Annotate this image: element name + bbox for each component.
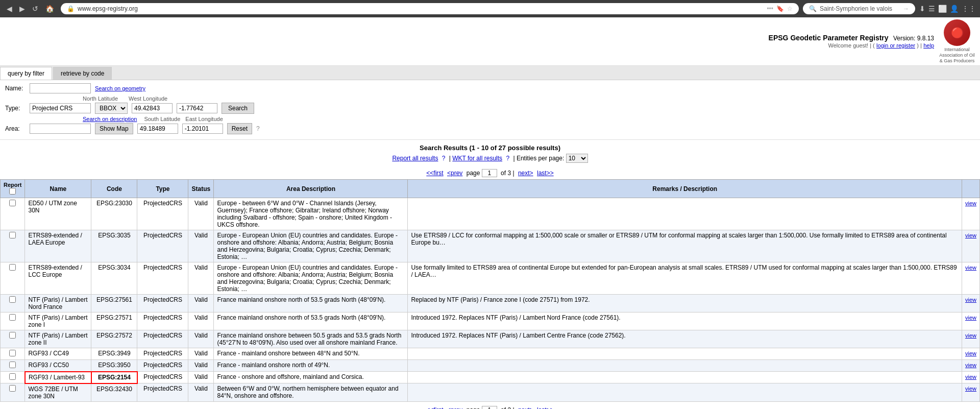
url-bar[interactable]: 🔒 www.epsg-registry.org ••• 🔖 ☆ (61, 3, 799, 14)
row-checkbox[interactable] (9, 296, 16, 303)
extensions-icon[interactable]: ☰ (928, 5, 935, 13)
tab-query-by-filter[interactable]: query by filter (0, 67, 52, 80)
area-input[interactable] (30, 124, 91, 134)
row-status: Valid (188, 330, 214, 348)
row-area: France mainland onshore north of 53.5 gr… (214, 312, 408, 330)
nav-buttons: ◀ ▶ ↺ 🏠 (4, 4, 57, 14)
search-on-description-link[interactable]: Search on description (83, 116, 137, 122)
row-area: France mainland onshore between 50.5 gra… (214, 330, 408, 348)
login-register-link[interactable]: login or register (876, 42, 915, 49)
row-code: EPSG:27571 (91, 312, 137, 330)
table-row: RGF93 / CC50EPSG:3950ProjectedCRSValidFr… (1, 360, 980, 372)
show-map-button[interactable]: Show Map (95, 123, 133, 134)
forward-button[interactable]: ▶ (17, 4, 28, 14)
name-input[interactable] (30, 83, 91, 93)
row-name: WGS 72BE / UTM zone 30N (25, 383, 91, 402)
bbox-select[interactable]: BBOX (95, 103, 128, 114)
row-code: EPSG:3950 (91, 360, 137, 372)
type-header: Type (137, 180, 188, 198)
table-row: RGF93 / Lambert-93EPSG:2154ProjectedCRSV… (1, 372, 980, 383)
download-icon[interactable]: ⬇ (919, 5, 925, 13)
last-link[interactable]: last>> (537, 170, 554, 177)
row-view: view (962, 312, 979, 330)
code-header: Code (91, 180, 137, 198)
status-header: Status (188, 180, 214, 198)
view-link[interactable]: view (965, 297, 976, 303)
row-checkbox[interactable] (9, 385, 16, 392)
prev-link[interactable]: <prev (447, 170, 462, 177)
search-bar[interactable]: 🔍 Saint-Symphorien le valois → (803, 3, 915, 14)
row-status: Valid (188, 230, 214, 262)
view-link[interactable]: view (965, 315, 976, 321)
help-link[interactable]: help (923, 42, 934, 49)
row-checkbox[interactable] (9, 264, 16, 271)
row-name: RGF93 / CC50 (25, 360, 91, 372)
report-all-link[interactable]: Report all results (392, 155, 438, 162)
view-link[interactable]: view (965, 200, 976, 206)
view-link[interactable]: view (965, 264, 976, 271)
search-on-geometry-link[interactable]: Search on geometry (95, 85, 145, 91)
row-checkbox[interactable] (9, 232, 16, 238)
row-remarks (408, 348, 962, 360)
row-remarks: Replaced by NTF (Paris) / France zone I … (408, 295, 962, 312)
question-mark-2[interactable]: ? (506, 155, 509, 162)
account-icon[interactable]: 👤 (950, 5, 959, 13)
tab-retrieve-by-code[interactable]: retrieve by code (53, 67, 112, 80)
row-checkbox[interactable] (9, 314, 16, 321)
row-view: view (962, 295, 979, 312)
north-lat-input[interactable] (132, 103, 173, 113)
fullscreen-icon[interactable]: ⬜ (938, 5, 947, 13)
help-icon[interactable]: ? (256, 125, 260, 132)
bottom-last-link[interactable]: last>> (537, 406, 554, 409)
row-view: view (962, 383, 979, 402)
view-link[interactable]: view (965, 332, 976, 339)
search-text: Saint-Symphorien le valois (820, 5, 892, 12)
browser-toolbar: ⬇ ☰ ⬜ 👤 ⋮⋮ (919, 5, 976, 13)
name-header: Name (25, 180, 91, 198)
east-lon-input[interactable] (182, 124, 223, 134)
tabs-bar: query by filter retrieve by code (0, 66, 980, 80)
logo-circle: 🔴 (944, 19, 970, 46)
bottom-page-input[interactable] (482, 406, 497, 409)
page-input[interactable] (482, 169, 497, 177)
next-link[interactable]: next> (518, 170, 533, 177)
view-link[interactable]: view (965, 386, 976, 392)
row-type: ProjectedCRS (137, 330, 188, 348)
bottom-prev-link[interactable]: <prev (447, 406, 462, 409)
row-checkbox[interactable] (9, 362, 16, 368)
row-status: Valid (188, 295, 214, 312)
row-area: France - onshore and offshore, mainland … (214, 372, 408, 383)
first-link[interactable]: <<first (426, 170, 443, 177)
north-lat-label: North Latitude (83, 95, 124, 102)
results-header: Search Results (1 - 10 of 27 possible re… (0, 140, 980, 167)
south-lat-input[interactable] (137, 124, 178, 134)
per-page-select[interactable]: 10 25 50 100 (566, 154, 588, 163)
view-link[interactable]: view (965, 374, 976, 380)
report-all-checkbox[interactable] (9, 188, 16, 195)
view-link[interactable]: view (965, 350, 976, 356)
row-checkbox[interactable] (9, 200, 16, 206)
row-type: ProjectedCRS (137, 230, 188, 262)
question-mark-1[interactable]: ? (442, 155, 446, 162)
wkt-all-link[interactable]: WKT for all results (452, 155, 502, 162)
view-link[interactable]: view (965, 362, 976, 368)
row-status: Valid (188, 198, 214, 230)
reload-button[interactable]: ↺ (30, 4, 41, 14)
row-checkbox[interactable] (9, 350, 16, 356)
row-code: EPSG:27561 (91, 295, 137, 312)
bottom-first-link[interactable]: <<first (426, 406, 443, 409)
bottom-next-link[interactable]: next> (518, 406, 533, 409)
menu-icon[interactable]: ⋮⋮ (962, 5, 976, 13)
view-link[interactable]: view (965, 232, 976, 238)
reset-button[interactable]: Reset (227, 123, 252, 134)
row-checkbox[interactable] (9, 373, 16, 380)
back-button[interactable]: ◀ (4, 4, 15, 14)
home-button[interactable]: 🏠 (43, 4, 57, 14)
west-lon-input[interactable] (177, 103, 217, 113)
search-button[interactable]: Search (222, 103, 254, 114)
type-input[interactable] (30, 103, 91, 113)
pagination-top: <<first <prev page of 3 | next> last>> (0, 167, 980, 179)
view-header (962, 180, 979, 198)
row-name: NTF (Paris) / Lambert zone I (25, 312, 91, 330)
row-checkbox[interactable] (9, 332, 16, 339)
